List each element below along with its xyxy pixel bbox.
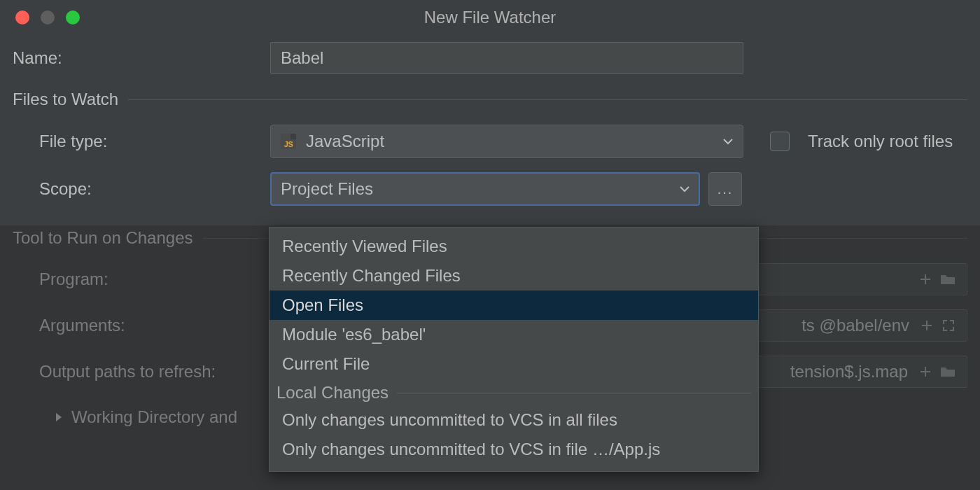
popup-group-label: Local Changes [276, 383, 388, 402]
files-to-watch-section: Files to Watch [13, 90, 967, 109]
track-root-checkbox[interactable] [770, 132, 790, 151]
close-window-icon[interactable] [15, 10, 29, 24]
scope-option[interactable]: Module 'es6_babel' [270, 320, 758, 349]
insert-macro-icon[interactable] [915, 365, 936, 378]
scope-option[interactable]: Recently Viewed Files [270, 232, 758, 261]
scope-dropdown-popup: Recently Viewed FilesRecently Changed Fi… [269, 227, 759, 472]
scope-value: Project Files [281, 179, 373, 199]
popup-group-header: Local Changes [270, 379, 758, 405]
scope-option[interactable]: Current File [270, 349, 758, 379]
divider [128, 99, 967, 100]
working-directory-label: Working Directory and [71, 407, 237, 427]
scope-option[interactable]: Only changes uncommitted to VCS in file … [270, 435, 758, 464]
scope-dropdown[interactable]: Project Files [270, 172, 700, 206]
scope-browse-button[interactable]: ... [708, 172, 742, 206]
scope-label: Scope: [13, 179, 270, 199]
window-controls [0, 10, 80, 24]
track-root-label: Track only root files [808, 132, 953, 151]
filetype-value: JavaScript [306, 132, 384, 151]
minimize-window-icon[interactable] [41, 10, 55, 24]
name-input[interactable] [270, 42, 743, 74]
scope-option[interactable]: Recently Changed Files [270, 261, 758, 290]
expand-icon[interactable] [937, 318, 960, 332]
window-title: New File Watcher [0, 8, 980, 27]
titlebar: New File Watcher [0, 0, 980, 35]
filetype-label: File type: [13, 132, 270, 151]
filetype-dropdown[interactable]: JS JavaScript [270, 125, 743, 158]
scope-option[interactable]: Open Files [270, 290, 758, 320]
section-label: Tool to Run on Changes [13, 228, 193, 248]
chevron-right-icon [55, 412, 63, 423]
program-label: Program: [13, 270, 270, 289]
insert-macro-icon[interactable] [916, 319, 937, 332]
section-label: Files to Watch [13, 90, 118, 109]
maximize-window-icon[interactable] [66, 10, 80, 24]
name-label: Name: [13, 48, 270, 68]
insert-macro-icon[interactable] [915, 273, 936, 286]
chevron-down-icon [723, 138, 733, 145]
outputpaths-label: Output paths to refresh: [13, 362, 270, 382]
javascript-file-icon: JS [281, 134, 296, 149]
scope-option[interactable]: Only changes uncommitted to VCS in all f… [270, 405, 758, 435]
browse-folder-icon[interactable] [936, 365, 960, 378]
browse-folder-icon[interactable] [936, 273, 960, 286]
arguments-label: Arguments: [13, 316, 270, 335]
chevron-down-icon [680, 186, 690, 192]
divider [397, 393, 751, 393]
